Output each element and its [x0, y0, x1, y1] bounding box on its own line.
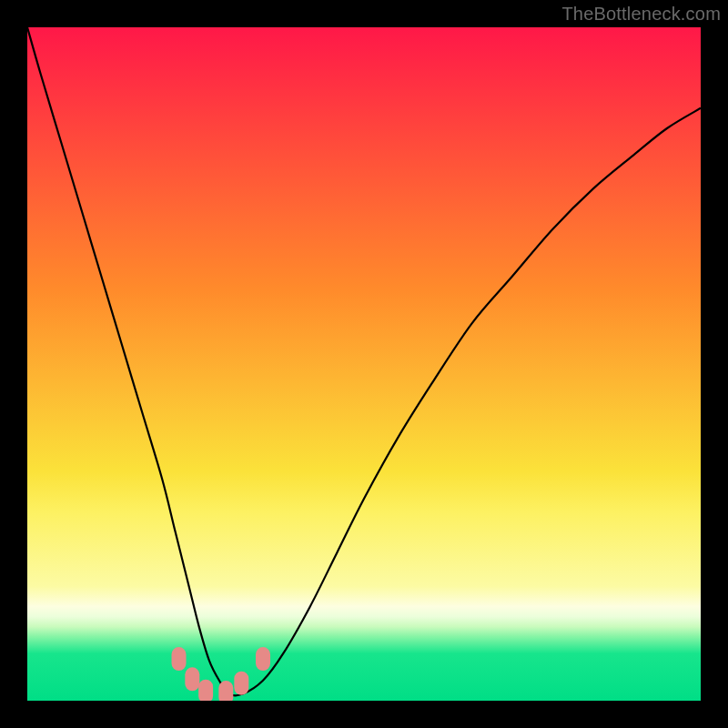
marker-point: [256, 647, 270, 671]
marker-point: [234, 672, 248, 695]
curve-markers: [172, 647, 271, 701]
bottleneck-curve: [27, 27, 701, 701]
chart-canvas: TheBottleneck.com: [0, 0, 728, 728]
plot-area: [27, 27, 701, 701]
curve-path: [27, 27, 701, 695]
marker-point: [185, 667, 199, 691]
marker-point: [218, 681, 233, 701]
marker-point: [198, 680, 213, 701]
watermark-text: TheBottleneck.com: [561, 4, 721, 25]
marker-point: [172, 647, 187, 671]
